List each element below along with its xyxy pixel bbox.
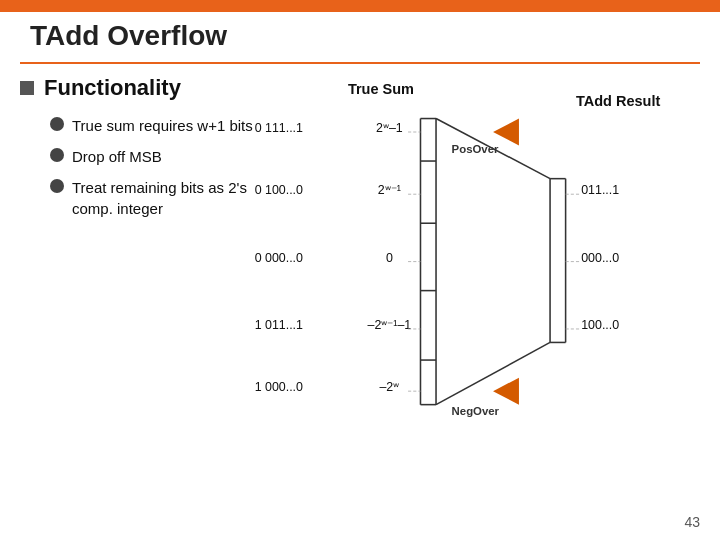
ts-num-1: 2ʷ⁻¹	[378, 183, 401, 197]
list-item: Drop off MSB	[50, 146, 260, 167]
circle-bullet-icon	[50, 148, 64, 162]
page-title: TAdd Overflow	[30, 20, 227, 52]
ts-num-2: 0	[386, 251, 393, 265]
divider	[20, 62, 700, 64]
section-header: Functionality	[20, 75, 260, 101]
ts-num-4: –2ʷ	[379, 380, 399, 394]
circle-bullet-icon	[50, 179, 64, 193]
ts-bin-3: 1 011...1	[255, 318, 303, 332]
list-item: Treat remaining bits as 2's comp. intege…	[50, 177, 260, 219]
slide-number: 43	[684, 514, 700, 530]
tadd-result-label: TAdd Result	[576, 93, 660, 109]
neg-over-label: NegOver	[452, 405, 500, 417]
ts-bin-4: 1 000...0	[255, 380, 303, 394]
tadd-diagram-svg: True Sum TAdd Result 0 111...1 0 100...0…	[250, 75, 705, 500]
section-title: Functionality	[44, 75, 181, 101]
square-bullet-icon	[20, 81, 34, 95]
circle-bullet-icon	[50, 117, 64, 131]
svg-line-13	[436, 342, 550, 404]
diagram-area: True Sum TAdd Result 0 111...1 0 100...0…	[250, 75, 705, 500]
left-content: Functionality True sum requires w+1 bits…	[20, 75, 260, 229]
bullet-text-1: True sum requires w+1 bits	[72, 115, 253, 136]
ts-bin-2: 0 000...0	[255, 251, 303, 265]
bullet-list: True sum requires w+1 bits Drop off MSB …	[50, 115, 260, 219]
pos-over-arrow	[493, 119, 519, 146]
ts-num-3: –2ʷ⁻¹–1	[367, 318, 411, 332]
bullet-text-2: Drop off MSB	[72, 146, 162, 167]
list-item: True sum requires w+1 bits	[50, 115, 260, 136]
tr-bin-0: 011...1	[581, 183, 619, 197]
header-bar	[0, 0, 720, 12]
ts-bin-0: 0 111...1	[255, 121, 303, 135]
tr-bin-1: 000...0	[581, 251, 619, 265]
pos-over-label: PosOver	[452, 143, 499, 155]
neg-over-arrow	[493, 378, 519, 405]
ts-num-0: 2ʷ–1	[376, 121, 403, 135]
ts-bin-1: 0 100...0	[255, 183, 303, 197]
true-sum-label: True Sum	[348, 81, 414, 97]
tr-bin-2: 100...0	[581, 318, 619, 332]
bullet-text-3: Treat remaining bits as 2's comp. intege…	[72, 177, 260, 219]
